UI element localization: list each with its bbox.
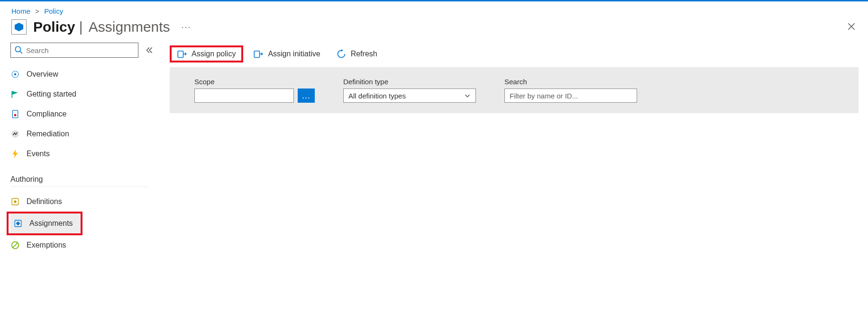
sidebar-item-label: Remediation: [27, 130, 69, 138]
breadcrumb-separator-icon: >: [35, 7, 39, 15]
filter-definition-type: Definition type All definition types: [343, 78, 476, 103]
scope-input[interactable]: [194, 89, 294, 103]
sidebar-item-definitions[interactable]: Definitions: [10, 192, 159, 212]
assign-initiative-button[interactable]: Assign initiative: [248, 45, 326, 62]
divider: [10, 187, 148, 187]
definition-type-select[interactable]: All definition types: [343, 89, 476, 103]
highlight-assignments: Assignments: [7, 212, 82, 235]
refresh-button[interactable]: Refresh: [331, 45, 383, 62]
svg-line-14: [13, 243, 18, 248]
svg-marker-10: [14, 200, 17, 204]
sidebar-item-events[interactable]: Events: [10, 144, 159, 164]
policy-resource-icon: [11, 19, 27, 35]
remediation-icon: [10, 129, 20, 139]
sidebar: Overview Getting started Compliance Reme…: [0, 43, 159, 255]
svg-point-5: [14, 73, 17, 76]
sidebar-item-label: Assignments: [29, 219, 73, 228]
scope-picker-button[interactable]: ...: [298, 89, 315, 103]
sidebar-item-label: Overview: [27, 70, 58, 79]
assignments-icon: [13, 219, 23, 228]
sidebar-search[interactable]: [10, 43, 138, 58]
toolbar: Assign policy Assign initiative Refresh: [170, 43, 868, 65]
definitions-icon: [10, 197, 20, 206]
sidebar-item-label: Exemptions: [27, 241, 66, 249]
filter-bar: Scope ... Definition type All definition…: [170, 67, 859, 113]
filter-search: Search: [504, 78, 637, 103]
filter-label-search: Search: [504, 78, 637, 86]
select-value: All definition types: [348, 92, 406, 100]
sidebar-search-input[interactable]: [10, 43, 138, 58]
search-icon: [14, 45, 23, 54]
close-button[interactable]: [847, 22, 857, 32]
overview-icon: [10, 70, 20, 79]
sidebar-item-assignments[interactable]: Assignments: [10, 213, 81, 233]
filter-scope: Scope ...: [194, 78, 315, 103]
main-content: Assign policy Assign initiative Refresh …: [159, 43, 868, 255]
breadcrumb-home[interactable]: Home: [11, 7, 30, 15]
more-actions-button[interactable]: ···: [182, 22, 192, 32]
svg-point-7: [14, 114, 17, 116]
toolbar-label: Assign initiative: [268, 50, 320, 58]
toolbar-label: Refresh: [351, 50, 377, 58]
refresh-icon: [337, 49, 346, 59]
chevron-double-left-icon: [145, 46, 154, 54]
sidebar-item-label: Definitions: [27, 197, 62, 206]
flag-icon: [10, 89, 20, 99]
svg-marker-12: [16, 222, 20, 226]
svg-point-2: [15, 46, 20, 52]
collapse-sidebar-button[interactable]: [145, 46, 154, 54]
svg-line-3: [20, 51, 22, 53]
assign-icon: [177, 49, 187, 59]
sidebar-item-remediation[interactable]: Remediation: [10, 124, 159, 144]
lightning-icon: [10, 149, 20, 159]
filter-search-input[interactable]: [504, 89, 637, 103]
sidebar-item-compliance[interactable]: Compliance: [10, 104, 159, 124]
filter-label-scope: Scope: [194, 78, 315, 86]
svg-rect-15: [178, 51, 183, 58]
page-title: Policy | Assignments: [33, 19, 170, 35]
breadcrumb: Home > Policy: [0, 1, 868, 19]
filter-label-deftype: Definition type: [343, 78, 476, 86]
ellipsis-icon: ...: [302, 91, 311, 101]
compliance-icon: [10, 109, 20, 119]
svg-rect-16: [255, 51, 260, 58]
chevron-down-icon: [464, 92, 471, 99]
sidebar-item-label: Compliance: [27, 110, 66, 118]
sidebar-item-exemptions[interactable]: Exemptions: [10, 235, 159, 255]
page-title-sub: Assignments: [89, 19, 170, 35]
page-title-main: Policy: [33, 19, 75, 35]
sidebar-item-label: Getting started: [27, 90, 76, 98]
sidebar-section-authoring: Authoring: [10, 175, 159, 184]
sidebar-item-label: Events: [27, 150, 50, 158]
close-icon: [847, 22, 856, 31]
assign-icon: [254, 49, 263, 59]
breadcrumb-policy[interactable]: Policy: [44, 7, 63, 15]
toolbar-label: Assign policy: [192, 50, 236, 58]
sidebar-item-overview[interactable]: Overview: [10, 64, 159, 84]
page-header: Policy | Assignments ···: [0, 19, 868, 43]
sidebar-item-getting-started[interactable]: Getting started: [10, 84, 159, 104]
exemptions-icon: [10, 240, 20, 250]
assign-policy-button[interactable]: Assign policy: [170, 45, 243, 62]
